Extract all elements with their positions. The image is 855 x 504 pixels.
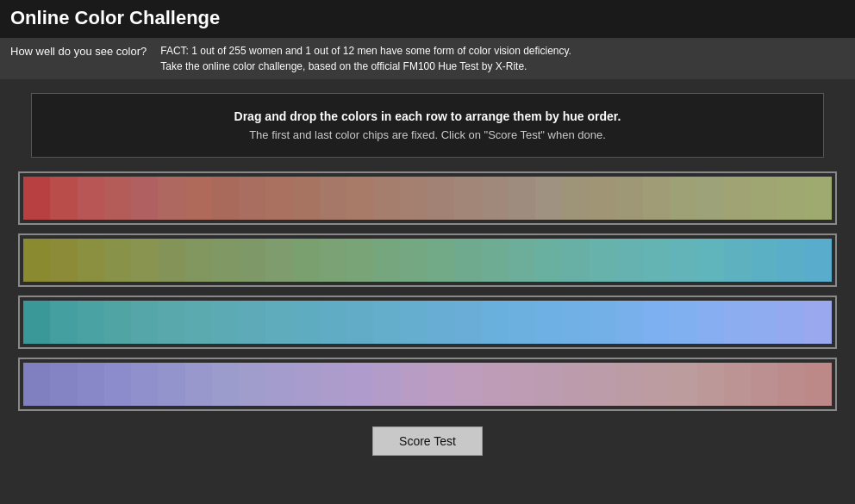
color-chip[interactable]	[509, 239, 535, 282]
color-row-1[interactable]	[18, 171, 837, 225]
color-chip[interactable]	[158, 177, 184, 220]
color-chip[interactable]	[643, 363, 670, 406]
color-chip[interactable]	[454, 301, 481, 344]
color-chip[interactable]	[616, 363, 643, 406]
color-chip[interactable]	[562, 177, 589, 220]
color-chip[interactable]	[158, 239, 184, 282]
color-chip[interactable]	[185, 239, 212, 282]
color-chip[interactable]	[590, 301, 616, 344]
color-chip[interactable]	[590, 363, 616, 406]
color-chip[interactable]	[104, 239, 131, 282]
color-chip[interactable]	[751, 363, 777, 406]
color-chip[interactable]	[185, 177, 212, 220]
color-chip[interactable]	[428, 363, 454, 406]
color-chip[interactable]	[265, 301, 292, 344]
color-chip[interactable]	[265, 239, 292, 282]
color-chip[interactable]	[777, 301, 804, 344]
color-chip[interactable]	[212, 363, 239, 406]
color-chip[interactable]	[724, 301, 751, 344]
color-chip[interactable]	[562, 239, 589, 282]
color-chip[interactable]	[293, 177, 320, 220]
color-chip[interactable]	[428, 177, 454, 220]
color-chip[interactable]	[454, 363, 481, 406]
color-chip[interactable]	[482, 177, 509, 220]
color-chip[interactable]	[616, 301, 643, 344]
color-chip[interactable]	[50, 177, 77, 220]
color-chip[interactable]	[131, 239, 158, 282]
color-chip[interactable]	[78, 363, 104, 406]
color-chip[interactable]	[562, 363, 589, 406]
color-chip[interactable]	[131, 363, 158, 406]
color-chip[interactable]	[643, 177, 670, 220]
color-chip[interactable]	[777, 177, 804, 220]
color-chip[interactable]	[293, 239, 320, 282]
color-chip[interactable]	[697, 363, 724, 406]
color-chip[interactable]	[373, 301, 400, 344]
color-chip[interactable]	[428, 301, 454, 344]
color-chip[interactable]	[482, 363, 509, 406]
color-chip[interactable]	[697, 239, 724, 282]
color-chip[interactable]	[535, 363, 562, 406]
color-chip[interactable]	[293, 301, 320, 344]
color-chip[interactable]	[724, 239, 751, 282]
color-chip[interactable]	[482, 301, 509, 344]
color-chip[interactable]	[373, 239, 400, 282]
color-chip[interactable]	[320, 177, 346, 220]
color-chip[interactable]	[320, 301, 346, 344]
color-chip[interactable]	[590, 239, 616, 282]
color-chip[interactable]	[509, 301, 535, 344]
color-chip[interactable]	[346, 177, 373, 220]
color-chip[interactable]	[78, 177, 104, 220]
color-chip[interactable]	[346, 363, 373, 406]
color-chip[interactable]	[697, 177, 724, 220]
color-chip[interactable]	[346, 301, 373, 344]
color-chip[interactable]	[373, 177, 400, 220]
color-chip[interactable]	[265, 363, 292, 406]
color-chip[interactable]	[670, 301, 696, 344]
color-chip[interactable]	[535, 239, 562, 282]
color-chip[interactable]	[346, 239, 373, 282]
color-chip[interactable]	[751, 177, 777, 220]
color-row-2[interactable]	[18, 233, 837, 287]
color-row-4[interactable]	[18, 358, 837, 411]
color-chip[interactable]	[158, 301, 184, 344]
color-chip[interactable]	[401, 301, 428, 344]
color-chip[interactable]	[454, 239, 481, 282]
color-chip[interactable]	[78, 301, 104, 344]
color-chip[interactable]	[401, 363, 428, 406]
color-chip[interactable]	[158, 363, 184, 406]
color-chip[interactable]	[104, 301, 131, 344]
color-chip[interactable]	[616, 239, 643, 282]
color-chip[interactable]	[562, 301, 589, 344]
color-chip[interactable]	[509, 177, 535, 220]
color-chip[interactable]	[401, 239, 428, 282]
color-chip[interactable]	[50, 301, 77, 344]
color-chip[interactable]	[509, 363, 535, 406]
color-chip[interactable]	[50, 239, 77, 282]
color-chip[interactable]	[212, 239, 239, 282]
score-test-button[interactable]: Score Test	[372, 426, 483, 456]
color-chip[interactable]	[239, 363, 265, 406]
color-chip[interactable]	[454, 177, 481, 220]
color-chip[interactable]	[239, 301, 265, 344]
color-chip[interactable]	[670, 363, 696, 406]
color-chip[interactable]	[131, 177, 158, 220]
color-chip[interactable]	[670, 239, 696, 282]
color-chip[interactable]	[428, 239, 454, 282]
color-row-3[interactable]	[18, 296, 837, 349]
color-chip[interactable]	[482, 239, 509, 282]
color-chip[interactable]	[535, 177, 562, 220]
color-chip[interactable]	[212, 301, 239, 344]
color-chip[interactable]	[751, 239, 777, 282]
color-chip[interactable]	[104, 363, 131, 406]
color-chip[interactable]	[50, 363, 77, 406]
color-chip[interactable]	[320, 363, 346, 406]
color-chip[interactable]	[724, 177, 751, 220]
color-chip[interactable]	[724, 363, 751, 406]
color-chip[interactable]	[643, 301, 670, 344]
color-chip[interactable]	[78, 239, 104, 282]
color-chip[interactable]	[535, 301, 562, 344]
color-chip[interactable]	[590, 177, 616, 220]
color-chip[interactable]	[265, 177, 292, 220]
color-chip[interactable]	[401, 177, 428, 220]
